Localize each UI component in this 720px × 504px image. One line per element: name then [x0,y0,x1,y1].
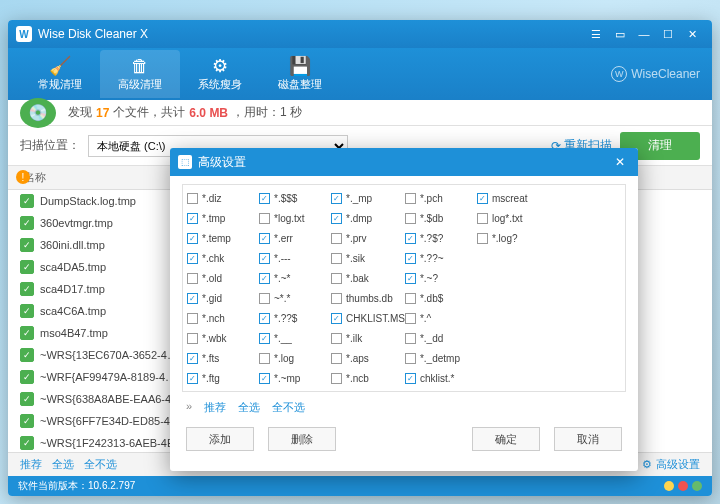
ext-cell[interactable]: ✓*.fts [187,349,259,367]
ext-cell[interactable]: *.$db [405,209,477,227]
file-checkbox[interactable]: ✓ [20,260,34,274]
file-checkbox[interactable]: ✓ [20,282,34,296]
file-checkbox[interactable]: ✓ [20,216,34,230]
ext-checkbox[interactable] [331,373,342,384]
warning-icon[interactable]: ! [16,170,30,184]
ext-cell[interactable]: *.^ [405,309,477,327]
ext-cell[interactable]: ✓*.__ [259,329,331,347]
file-checkbox[interactable]: ✓ [20,194,34,208]
ext-cell[interactable]: ✓*.err [259,229,331,247]
ext-checkbox[interactable]: ✓ [259,373,270,384]
dialog-close-button[interactable]: ✕ [610,155,630,169]
ext-checkbox[interactable] [187,313,198,324]
ext-checkbox[interactable]: ✓ [259,313,270,324]
ext-checkbox[interactable] [405,193,416,204]
ext-cell[interactable]: *.ncb [331,369,405,387]
ext-checkbox[interactable]: ✓ [187,373,198,384]
ext-checkbox[interactable] [331,353,342,364]
ext-checkbox[interactable] [405,313,416,324]
ext-checkbox[interactable]: ✓ [187,293,198,304]
footer-select-all[interactable]: 全选 [52,457,74,472]
ext-checkbox[interactable] [259,293,270,304]
file-checkbox[interactable]: ✓ [20,436,34,450]
window-button[interactable]: — [632,24,656,44]
ext-cell[interactable]: *.wbk [187,329,259,347]
window-button[interactable]: ✕ [680,24,704,44]
footer-recommend[interactable]: 推荐 [20,457,42,472]
ext-cell[interactable]: ✓chklist.* [405,369,477,387]
ext-cell[interactable]: ✓*.temp [187,229,259,247]
ext-checkbox[interactable] [259,213,270,224]
ext-cell[interactable]: *.sik [331,249,405,267]
ext-checkbox[interactable]: ✓ [187,213,198,224]
ext-checkbox[interactable] [187,273,198,284]
file-checkbox[interactable]: ✓ [20,238,34,252]
ext-cell[interactable]: *.old [187,269,259,287]
ext-checkbox[interactable]: ✓ [259,253,270,264]
ext-cell[interactable]: ✓*.~? [405,269,477,287]
ext-cell[interactable]: ✓mscreat [477,189,549,207]
ext-checkbox[interactable]: ✓ [405,233,416,244]
dlg-ok-button[interactable]: 确定 [472,427,540,451]
ext-checkbox[interactable] [477,213,488,224]
ext-checkbox[interactable]: ✓ [187,253,198,264]
ext-cell[interactable]: ✓*.chk [187,249,259,267]
file-checkbox[interactable]: ✓ [20,414,34,428]
tab-0[interactable]: 🧹常规清理 [20,50,100,98]
window-button[interactable]: ▭ [608,24,632,44]
ext-checkbox[interactable]: ✓ [259,273,270,284]
ext-cell[interactable]: ✓CHKLIST.MS [331,309,405,327]
ext-checkbox[interactable] [331,273,342,284]
ext-cell[interactable]: *log.txt [259,209,331,227]
dot-red[interactable] [678,481,688,491]
ext-checkbox[interactable]: ✓ [405,373,416,384]
ext-cell[interactable]: *.ilk [331,329,405,347]
ext-cell[interactable]: *.aps [331,349,405,367]
dot-yellow[interactable] [664,481,674,491]
window-button[interactable]: ☐ [656,24,680,44]
ext-cell[interactable]: ✓*.$$$ [259,189,331,207]
ext-checkbox[interactable]: ✓ [477,193,488,204]
ext-checkbox[interactable] [405,213,416,224]
file-checkbox[interactable]: ✓ [20,326,34,340]
ext-checkbox[interactable] [187,333,198,344]
ext-cell[interactable]: *.db$ [405,289,477,307]
ext-cell[interactable]: *.prv [331,229,405,247]
ext-cell[interactable]: *.log [259,349,331,367]
tab-1[interactable]: 🗑高级清理 [100,50,180,98]
dot-green[interactable] [692,481,702,491]
ext-cell[interactable]: ✓*.--- [259,249,331,267]
ext-checkbox[interactable] [259,353,270,364]
dlg-recommend[interactable]: 推荐 [204,400,226,415]
ext-cell[interactable]: thumbs.db [331,289,405,307]
ext-checkbox[interactable]: ✓ [331,313,342,324]
ext-checkbox[interactable] [405,333,416,344]
ext-checkbox[interactable] [405,293,416,304]
ext-checkbox[interactable]: ✓ [259,193,270,204]
ext-cell[interactable]: ✓*._mp [331,189,405,207]
ext-checkbox[interactable]: ✓ [187,353,198,364]
ext-checkbox[interactable]: ✓ [331,213,342,224]
dlg-select-all[interactable]: 全选 [238,400,260,415]
file-checkbox[interactable]: ✓ [20,304,34,318]
ext-checkbox[interactable] [331,333,342,344]
file-checkbox[interactable]: ✓ [20,370,34,384]
ext-checkbox[interactable] [405,353,416,364]
ext-checkbox[interactable]: ✓ [259,233,270,244]
ext-cell[interactable]: *.pch [405,189,477,207]
ext-cell[interactable]: *.nch [187,309,259,327]
ext-cell[interactable]: ✓*.ftg [187,369,259,387]
ext-checkbox[interactable]: ✓ [187,233,198,244]
ext-cell[interactable]: ~*.* [259,289,331,307]
ext-checkbox[interactable]: ✓ [405,253,416,264]
ext-checkbox[interactable] [187,193,198,204]
file-checkbox[interactable]: ✓ [20,392,34,406]
ext-cell[interactable]: ✓*.~mp [259,369,331,387]
window-button[interactable]: ☰ [584,24,608,44]
ext-checkbox[interactable] [331,293,342,304]
ext-cell[interactable]: ✓*.?$? [405,229,477,247]
dlg-add-button[interactable]: 添加 [186,427,254,451]
titlebar[interactable]: W Wise Disk Cleaner X ☰▭—☐✕ [8,20,712,48]
dialog-titlebar[interactable]: ⬚ 高级设置 ✕ [170,148,638,176]
ext-cell[interactable]: *._detmp [405,349,477,367]
